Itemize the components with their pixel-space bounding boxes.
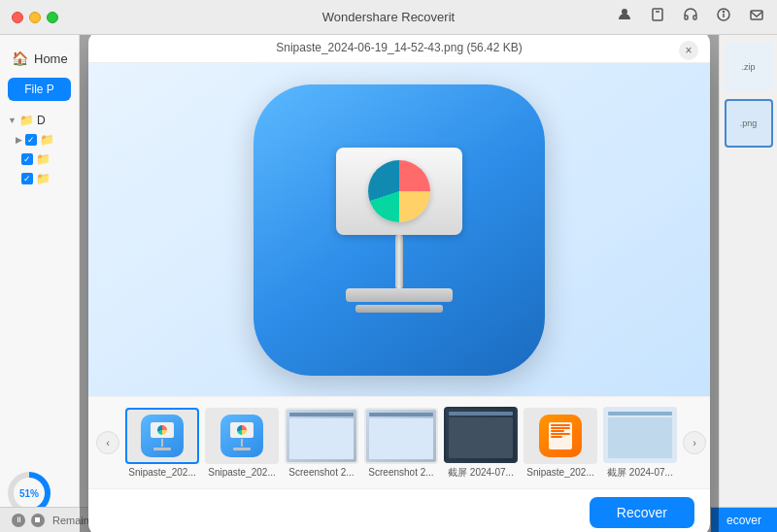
right-panel-png-label: .png	[740, 118, 758, 128]
tree-item-2[interactable]: 📁	[0, 150, 79, 169]
right-panel-zip-label: .zip	[741, 62, 755, 72]
info-icon[interactable]	[715, 6, 732, 23]
stop-button[interactable]: ⏹	[31, 514, 45, 527]
keynote-mini-icon	[141, 415, 184, 457]
recover-button[interactable]: Recover	[590, 497, 694, 528]
recover-bottom-button[interactable]: ecover	[711, 508, 777, 532]
svg-point-7	[724, 12, 725, 13]
thumbnail-label-2: Screenshot 2...	[288, 467, 354, 478]
checkbox-3[interactable]	[21, 173, 33, 184]
headphone-icon[interactable]	[682, 6, 699, 23]
thumbnail-label-4: 截屏 2024-07...	[448, 466, 514, 480]
thumbnail-img-1	[205, 408, 279, 464]
svg-rect-8	[751, 11, 762, 19]
tree-item-d[interactable]: ▼ 📁 D	[0, 111, 79, 130]
tree-arrow-1: ▶	[16, 135, 22, 145]
right-panel-item-png[interactable]: .png	[725, 99, 773, 148]
app-body: 🏠 Home File P ▼ 📁 D ▶ 📁 📁	[0, 35, 777, 532]
tree-item-3[interactable]: 📁	[0, 169, 79, 188]
preview-area	[88, 63, 710, 396]
maximize-button[interactable]	[47, 12, 58, 23]
checkbox-2[interactable]	[21, 153, 33, 165]
svg-rect-1	[653, 9, 662, 20]
thumbnail-item-5[interactable]: Snipaste_202...	[524, 408, 597, 478]
right-panel: .zip .png	[719, 35, 777, 532]
thumbnail-label-1: Snipaste_202...	[208, 467, 276, 478]
thumbnail-img-4	[444, 407, 518, 463]
thumbnail-item-2[interactable]: Screenshot 2...	[285, 408, 358, 478]
app-window: Wondershare Recoverit 🏠 H	[0, 0, 777, 532]
thumbnail-item-6[interactable]: 截屏 2024-07...	[603, 407, 677, 480]
thumbnail-img-5	[524, 408, 597, 464]
thumbnail-label-6: 截屏 2024-07...	[607, 466, 673, 480]
keynote-mini-icon-2	[220, 415, 263, 457]
thumbnail-label-0: Snipaste_202...	[128, 467, 196, 478]
pie-chart	[368, 160, 430, 222]
mail-icon[interactable]	[748, 6, 765, 23]
thumbnail-item-0[interactable]: Snipaste_202...	[125, 408, 199, 478]
checkbox-1[interactable]	[25, 134, 37, 146]
thumbnail-strip: ‹	[88, 396, 710, 488]
svg-rect-3	[685, 16, 688, 19]
sidebar-home-item[interactable]: 🏠 Home	[0, 45, 79, 72]
podium-base	[346, 288, 453, 302]
modal-header: Snipaste_2024-06-19_14-52-43.png (56.42 …	[88, 35, 710, 63]
preview-modal: Snipaste_2024-06-19_14-52-43.png (56.42 …	[88, 35, 710, 532]
minimize-button[interactable]	[29, 12, 41, 23]
file-panel-button[interactable]: File P	[8, 78, 71, 101]
right-panel-item-zip[interactable]: .zip	[725, 43, 773, 91]
prev-arrow-button[interactable]: ‹	[96, 431, 119, 454]
thumbnail-img-2	[285, 408, 358, 464]
thumbnail-img-3	[364, 408, 438, 464]
folder-icon-2: 📁	[36, 152, 51, 166]
bookmark-icon[interactable]	[649, 6, 666, 23]
close-button[interactable]	[12, 12, 23, 23]
title-bar: Wondershare Recoverit	[0, 0, 777, 35]
status-controls: ⏸ ⏹	[12, 514, 45, 527]
home-label: Home	[34, 51, 68, 66]
modal-bottom: Recover	[88, 488, 710, 532]
app-title: Wondershare Recoverit	[322, 10, 455, 24]
sidebar: 🏠 Home File P ▼ 📁 D ▶ 📁 📁	[0, 35, 80, 532]
thumbnail-label-5: Snipaste_202...	[526, 467, 594, 478]
modal-close-button[interactable]: ×	[679, 41, 698, 60]
tree-item-1[interactable]: ▶ 📁	[0, 130, 79, 150]
pages-icon	[539, 415, 582, 457]
progress-label: 51%	[14, 478, 45, 509]
keynote-inner	[336, 148, 462, 313]
sidebar-tree: ▼ 📁 D ▶ 📁 📁 📁	[0, 107, 79, 464]
traffic-lights	[12, 12, 58, 23]
podium-top	[336, 148, 462, 235]
tree-arrow: ▼	[8, 116, 17, 125]
thumbnail-label-3: Screenshot 2...	[368, 467, 433, 478]
pause-button[interactable]: ⏸	[12, 514, 25, 527]
modal-filename: Snipaste_2024-06-19_14-52-43.png (56.42 …	[104, 41, 694, 54]
thumbnail-item-4[interactable]: 截屏 2024-07...	[444, 407, 518, 480]
folder-icon: 📁	[19, 114, 34, 127]
main-content: Snipaste_2024-06-19_14-52-43.png (56.42 …	[80, 35, 719, 532]
modal-overlay: Snipaste_2024-06-19_14-52-43.png (56.42 …	[80, 35, 719, 532]
top-icon-bar	[616, 6, 765, 23]
thumbnail-img-6	[603, 407, 677, 463]
thumbnail-item-1[interactable]: Snipaste_202...	[205, 408, 279, 478]
person-icon[interactable]	[616, 6, 633, 23]
thumbnail-img-0	[125, 408, 199, 464]
svg-rect-4	[693, 16, 696, 19]
home-icon: 🏠	[12, 50, 28, 66]
keynote-icon	[253, 84, 545, 376]
podium-neck	[395, 235, 403, 288]
tree-item-label: D	[37, 114, 46, 127]
thumbnail-item-3[interactable]: Screenshot 2...	[364, 408, 438, 478]
folder-icon-1: 📁	[40, 133, 54, 147]
folder-icon-3: 📁	[36, 172, 51, 185]
next-arrow-button[interactable]: ›	[683, 431, 706, 454]
podium-foot	[355, 305, 443, 313]
